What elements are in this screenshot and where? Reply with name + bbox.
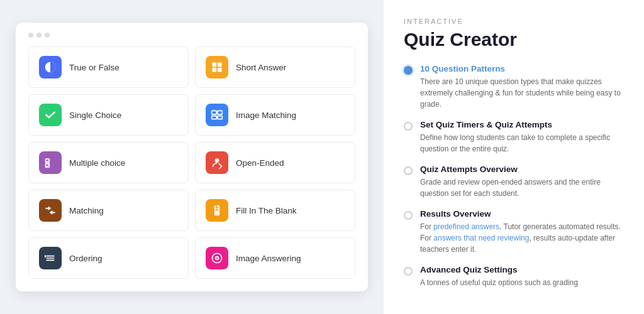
image-matching-icon [206,104,228,126]
feature-item-question-patterns: 10 Question Patterns There are 10 unique… [404,64,624,110]
feature-title-quiz-attempts: Quiz Attempts Overview [420,165,624,174]
highlight-reviewing: answers that need reviewing [433,234,529,242]
quiz-label-multiple-choice: Multiple choice [69,158,125,168]
feature-desc-advanced-settings: A tonnes of useful quiz options such as … [420,277,578,288]
browser-window: True or False Short Answer [16,23,368,291]
feature-title-advanced-settings: Advanced Quiz Settings [420,265,578,274]
svg-rect-6 [218,111,223,114]
quiz-item-matching[interactable]: Matching [28,190,189,231]
feature-dot-quiz-attempts [404,166,413,175]
quiz-label-open-ended: Open-Ended [236,158,284,168]
feature-dot-quiz-timers [404,122,413,131]
feature-content-question-patterns: 10 Question Patterns There are 10 unique… [420,64,624,110]
svg-rect-5 [212,111,217,114]
right-panel: INTERACTIVE Quiz Creator 10 Question Pat… [384,0,644,314]
svg-rect-17 [216,207,219,208]
quiz-item-image-matching[interactable]: Image Matching [195,94,355,136]
quiz-label-ordering: Ordering [69,254,103,263]
fill-in-blank-icon [206,199,228,222]
feature-dot-advanced-settings [404,267,413,276]
browser-dot-2 [36,33,42,38]
highlight-predefined: predefined answers [433,222,499,231]
svg-point-25 [216,257,218,259]
feature-item-advanced-settings: Advanced Quiz Settings A tonnes of usefu… [404,265,624,288]
feature-desc-question-patterns: There are 10 unique question types that … [420,76,624,110]
browser-dots [28,33,355,38]
single-choice-icon [39,104,62,126]
multiple-choice-icon [39,151,62,174]
quiz-item-short-answer[interactable]: Short Answer [195,46,355,88]
quiz-grid: True or False Short Answer [28,46,355,279]
quiz-label-single-choice: Single Choice [69,111,121,120]
quiz-item-image-answering[interactable]: Image Answering [195,237,355,279]
quiz-item-true-or-false[interactable]: True or False [28,46,189,88]
feature-list: 10 Question Patterns There are 10 unique… [404,64,624,288]
svg-rect-3 [213,68,217,72]
feature-item-quiz-attempts: Quiz Attempts Overview Grade and review … [404,165,624,199]
quiz-item-ordering[interactable]: Ordering [28,237,189,279]
feature-dot-active [404,66,413,75]
left-panel: True or False Short Answer [0,0,384,314]
feature-desc-quiz-timers: Define how long students can take to com… [420,132,624,154]
quiz-item-fill-in-blank[interactable]: Fill In The Blank [195,190,355,231]
svg-rect-2 [218,63,222,67]
matching-icon [39,199,62,222]
quiz-label-short-answer: Short Answer [236,63,286,72]
quiz-label-image-answering: Image Answering [236,254,301,263]
section-label: INTERACTIVE [404,18,624,25]
feature-desc-quiz-attempts: Grade and review open-ended answers and … [420,176,624,199]
quiz-item-single-choice[interactable]: Single Choice [28,94,189,136]
svg-rect-18 [216,209,219,210]
browser-dot-1 [28,33,33,38]
open-ended-icon [206,151,228,174]
short-answer-icon [206,56,228,78]
quiz-label-matching: Matching [69,206,104,215]
feature-item-quiz-timers: Set Quiz Timers & Quiz Attempts Define h… [404,120,624,154]
feature-title-question-patterns: 10 Question Patterns [420,64,624,73]
feature-desc-results-overview: For predefined answers, Tutor generates … [420,221,624,255]
quiz-label-true-or-false: True or False [69,63,119,72]
quiz-label-image-matching: Image Matching [236,111,296,120]
feature-content-quiz-attempts: Quiz Attempts Overview Grade and review … [420,165,624,199]
svg-rect-1 [213,63,217,67]
svg-rect-8 [212,116,217,119]
quiz-item-multiple-choice[interactable]: Multiple choice [28,142,189,183]
feature-title-quiz-timers: Set Quiz Timers & Quiz Attempts [420,120,624,129]
image-answering-icon [206,247,228,269]
svg-rect-4 [218,68,222,72]
feature-item-results-overview: Results Overview For predefined answers,… [404,209,624,255]
feature-content-quiz-timers: Set Quiz Timers & Quiz Attempts Define h… [420,120,624,154]
feature-dot-results-overview [404,211,413,220]
true-or-false-icon [39,56,62,78]
svg-point-13 [215,158,219,163]
svg-rect-9 [218,116,223,119]
ordering-icon [39,247,62,269]
feature-content-results-overview: Results Overview For predefined answers,… [420,209,624,255]
quiz-label-fill-in-blank: Fill In The Blank [236,206,297,215]
main-title: Quiz Creator [404,29,624,50]
browser-dot-3 [45,33,50,38]
quiz-item-open-ended[interactable]: Open-Ended [195,142,355,183]
feature-content-advanced-settings: Advanced Quiz Settings A tonnes of usefu… [420,265,578,288]
feature-title-results-overview: Results Overview [420,209,624,219]
